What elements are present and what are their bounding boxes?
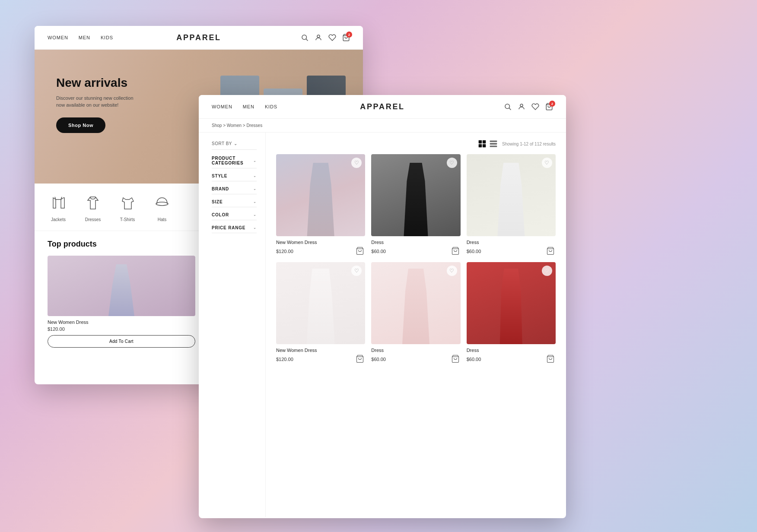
filter-product-categories-label[interactable]: PRODUCT CATEGORIES ⌄ <box>212 156 257 168</box>
shop-cart-icon[interactable]: 2 <box>545 103 553 111</box>
shop-nav-men[interactable]: MEN <box>243 104 254 109</box>
list-view-icon[interactable] <box>489 139 498 148</box>
filter-price-range-label[interactable]: PRICE RANGE ⌄ <box>212 225 257 233</box>
black-dress-figure <box>401 163 431 236</box>
shop-product-4-price-row: $120.00 <box>276 355 365 364</box>
view-toggle <box>478 139 498 148</box>
breadcrumb-sep-1: > <box>223 123 227 128</box>
filter-brand[interactable]: BRAND ⌄ <box>212 187 257 194</box>
shop-product-2-price-row: $60.00 <box>371 247 460 256</box>
shop-nav-women[interactable]: WOMEN <box>212 104 232 109</box>
svg-line-1 <box>306 39 308 41</box>
add-to-cart-icon-4[interactable] <box>356 355 365 364</box>
filter-brand-label[interactable]: BRAND ⌄ <box>212 187 257 194</box>
shop-sidebar: SORT BY ⌄ PRODUCT CATEGORIES ⌄ STYLE ⌄ B… <box>199 133 266 517</box>
shop-product-1: ♡ New Women Dress $120.00 <box>276 154 365 256</box>
wishlist-button-5[interactable]: ♡ <box>447 266 457 276</box>
add-to-cart-icon-1[interactable] <box>356 247 365 256</box>
jackets-label: Jackets <box>51 217 66 222</box>
category-tshirts[interactable]: T-Shirts <box>117 192 138 222</box>
shop-product-2-price: $60.00 <box>371 249 386 254</box>
shop-toolbar: Showing 1-12 of 112 results <box>276 139 556 148</box>
shop-search-icon[interactable] <box>504 103 512 111</box>
add-to-cart-icon-5[interactable] <box>451 355 461 364</box>
category-hats[interactable]: Hats <box>151 192 173 222</box>
shop-wishlist-icon[interactable] <box>531 103 539 111</box>
cart-icon[interactable]: 2 <box>342 34 350 41</box>
home-product-1-price: $120.00 <box>48 326 195 332</box>
filter-style-label[interactable]: STYLE ⌄ <box>212 174 257 181</box>
grid-view-icon[interactable] <box>478 139 487 148</box>
search-icon[interactable] <box>301 34 309 41</box>
home-product-1-add-cart[interactable]: Add To Cart <box>48 335 195 348</box>
category-dresses[interactable]: Dresses <box>82 192 104 222</box>
tshirts-icon <box>117 192 138 214</box>
filter-color[interactable]: COLOR ⌄ <box>212 212 257 220</box>
shop-product-5: ♡ Dress $60.00 <box>371 262 460 364</box>
shop-product-4-image: ♡ <box>276 262 365 344</box>
jackets-icon <box>48 192 69 214</box>
add-to-cart-icon-6[interactable] <box>546 355 556 364</box>
hero-title: New arrivals <box>56 76 134 90</box>
silver-dress-figure <box>305 163 336 236</box>
home-nav-women[interactable]: WOMEN <box>48 35 68 40</box>
shop-nav-kids[interactable]: KIDS <box>265 104 277 109</box>
home-nav-kids[interactable]: KIDS <box>101 35 113 40</box>
floral-figure <box>401 269 431 344</box>
home-nav-men[interactable]: MEN <box>79 35 90 40</box>
svg-rect-14 <box>490 143 497 144</box>
hero-subtitle: Discover our stunning new collection now… <box>56 95 134 109</box>
filter-style[interactable]: STYLE ⌄ <box>212 174 257 181</box>
shop-nav: WOMEN MEN KIDS APPAREL 2 <box>199 95 566 119</box>
shop-product-2-name: Dress <box>371 240 460 245</box>
wishlist-icon[interactable] <box>328 34 336 41</box>
shop-product-4-name: New Women Dress <box>276 348 365 353</box>
shop-product-3-name: Dress <box>467 240 556 245</box>
shop-account-icon[interactable] <box>518 103 525 111</box>
shop-product-4: ♡ New Women Dress $120.00 <box>276 262 365 364</box>
svg-rect-13 <box>490 141 497 142</box>
filter-price-range[interactable]: PRICE RANGE ⌄ <box>212 225 257 233</box>
wishlist-button-6[interactable]: ♡ <box>542 266 552 276</box>
results-count: Showing 1-12 of 112 results <box>502 142 556 146</box>
shop-product-5-image: ♡ <box>371 262 460 344</box>
shop-product-4-price: $120.00 <box>276 357 293 362</box>
shop-product-6-price: $60.00 <box>467 357 481 362</box>
wishlist-button-3[interactable]: ♡ <box>542 158 552 168</box>
svg-rect-10 <box>483 140 486 144</box>
svg-point-7 <box>520 104 523 107</box>
home-brand: APPAREL <box>176 33 221 42</box>
wishlist-button-4[interactable]: ♡ <box>351 266 362 276</box>
shop-products-grid: ♡ New Women Dress $120.00 ♡ <box>276 154 556 364</box>
shop-product-6-price-row: $60.00 <box>467 355 556 364</box>
shop-product-6-name: Dress <box>467 348 556 353</box>
hero-text: New arrivals Discover our stunning new c… <box>56 76 134 133</box>
shop-cart-badge: 2 <box>549 101 555 107</box>
sort-by-filter[interactable]: SORT BY ⌄ <box>212 141 257 150</box>
wishlist-button-2[interactable]: ♡ <box>447 158 457 168</box>
shop-product-3-price: $60.00 <box>467 249 481 254</box>
shop-nav-links: WOMEN MEN KIDS <box>212 104 504 109</box>
sort-by-label: SORT BY <box>212 141 232 146</box>
filter-color-label[interactable]: COLOR ⌄ <box>212 212 257 220</box>
filter-size[interactable]: SIZE ⌄ <box>212 200 257 207</box>
home-product-1-name: New Women Dress <box>48 320 195 325</box>
filter-size-label[interactable]: SIZE ⌄ <box>212 200 257 207</box>
hats-label: Hats <box>158 217 167 222</box>
svg-line-6 <box>509 108 511 110</box>
breadcrumb-shop[interactable]: Shop <box>212 123 222 128</box>
wishlist-button-1[interactable]: ♡ <box>351 158 362 168</box>
add-to-cart-icon-2[interactable] <box>451 247 461 256</box>
cart-badge: 2 <box>346 32 352 38</box>
category-jackets[interactable]: Jackets <box>48 192 69 222</box>
filter-product-categories[interactable]: PRODUCT CATEGORIES ⌄ <box>212 156 257 168</box>
breadcrumb-women[interactable]: Women <box>227 123 242 128</box>
dresses-label: Dresses <box>85 217 101 222</box>
svg-point-2 <box>317 35 320 38</box>
account-icon[interactable] <box>315 34 322 41</box>
dress-silhouette <box>108 264 134 316</box>
shop-now-button[interactable]: Shop Now <box>56 117 105 133</box>
svg-rect-11 <box>479 144 482 148</box>
breadcrumb-dresses[interactable]: Dresses <box>246 123 262 128</box>
add-to-cart-icon-3[interactable] <box>546 247 556 256</box>
